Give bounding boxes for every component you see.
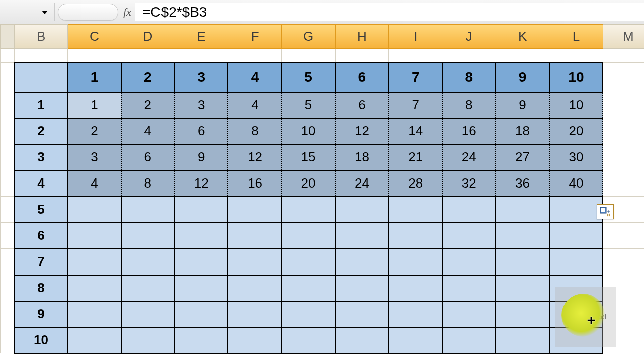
cell[interactable] xyxy=(549,249,603,275)
cell[interactable] xyxy=(175,197,228,223)
column-header-row[interactable]: B C D E F G H I J K L M xyxy=(1,25,645,49)
cell[interactable] xyxy=(175,223,228,249)
cell[interactable] xyxy=(228,301,281,327)
cell[interactable] xyxy=(549,223,603,249)
cell[interactable] xyxy=(442,327,496,353)
cell[interactable]: 18 xyxy=(335,144,388,170)
table-row[interactable]: 1 1 2 3 4 5 6 7 8 9 10 xyxy=(1,92,645,118)
cell[interactable]: 7 xyxy=(389,92,442,118)
row-label[interactable]: 6 xyxy=(15,223,67,249)
cell[interactable] xyxy=(228,197,281,223)
cell[interactable] xyxy=(389,223,442,249)
cell[interactable] xyxy=(121,327,175,353)
spreadsheet-grid[interactable]: B C D E F G H I J K L M 1 2 3 4 xyxy=(0,24,644,362)
cell[interactable] xyxy=(549,327,603,353)
table-row[interactable]: 5 xyxy=(1,197,645,223)
table-row[interactable]: 10 xyxy=(1,327,645,353)
cell[interactable] xyxy=(228,249,281,275)
cell[interactable] xyxy=(549,301,603,327)
cell[interactable]: 8 xyxy=(442,92,496,118)
cell[interactable] xyxy=(496,301,549,327)
table-col-8[interactable]: 8 xyxy=(442,63,496,92)
cell[interactable] xyxy=(175,327,228,353)
cell[interactable] xyxy=(496,327,549,353)
cell[interactable]: 4 xyxy=(121,118,175,144)
table-row[interactable]: 8 xyxy=(1,275,645,301)
row-label[interactable]: 2 xyxy=(15,118,67,144)
cell[interactable]: 40 xyxy=(549,170,603,197)
table-row[interactable]: 3 3 6 9 12 15 18 21 24 27 30 xyxy=(1,144,645,170)
cell[interactable]: 12 xyxy=(335,118,388,144)
cell[interactable] xyxy=(67,223,121,249)
cell[interactable] xyxy=(67,301,121,327)
cell[interactable]: 20 xyxy=(282,170,335,197)
cell[interactable]: 16 xyxy=(228,170,281,197)
cell[interactable] xyxy=(282,327,335,353)
cell[interactable]: 32 xyxy=(442,170,496,197)
cell[interactable]: 6 xyxy=(335,92,388,118)
cell[interactable] xyxy=(335,249,388,275)
col-header-K[interactable]: K xyxy=(496,25,549,49)
col-header-C[interactable]: C xyxy=(67,25,121,49)
cell[interactable] xyxy=(442,223,496,249)
cell[interactable]: 2 xyxy=(121,92,175,118)
cell[interactable]: 24 xyxy=(442,144,496,170)
cell[interactable] xyxy=(549,275,603,301)
cell[interactable] xyxy=(67,327,121,353)
cell[interactable] xyxy=(335,223,388,249)
row-label[interactable]: 8 xyxy=(15,275,67,301)
cell[interactable]: 12 xyxy=(228,144,281,170)
select-all-corner[interactable] xyxy=(1,25,15,49)
cell[interactable] xyxy=(389,327,442,353)
cell[interactable] xyxy=(496,275,549,301)
cell[interactable]: 18 xyxy=(496,118,549,144)
row-label[interactable]: 4 xyxy=(15,170,67,197)
cell[interactable] xyxy=(175,301,228,327)
cell[interactable] xyxy=(335,327,388,353)
cell[interactable] xyxy=(175,249,228,275)
cell[interactable] xyxy=(121,197,175,223)
cell[interactable]: 3 xyxy=(67,144,121,170)
cell[interactable] xyxy=(549,197,603,223)
name-box[interactable] xyxy=(0,3,54,21)
table-row[interactable]: 9 xyxy=(1,301,645,327)
row-label[interactable]: 9 xyxy=(15,301,67,327)
cell[interactable] xyxy=(282,275,335,301)
cell[interactable]: 8 xyxy=(121,170,175,197)
row-label[interactable]: 5 xyxy=(15,197,67,223)
cell[interactable]: 36 xyxy=(496,170,549,197)
cell[interactable] xyxy=(389,275,442,301)
cell[interactable]: 12 xyxy=(175,170,228,197)
col-header-H[interactable]: H xyxy=(335,25,388,49)
cell[interactable]: 6 xyxy=(175,118,228,144)
cell[interactable]: 5 xyxy=(282,92,335,118)
cell[interactable] xyxy=(67,197,121,223)
table-col-2[interactable]: 2 xyxy=(121,63,175,92)
formula-input[interactable]: =C$2*$B3 xyxy=(135,3,644,21)
table-col-6[interactable]: 6 xyxy=(335,63,388,92)
cell[interactable]: 3 xyxy=(175,92,228,118)
col-header-L[interactable]: L xyxy=(549,25,603,49)
cell[interactable]: 4 xyxy=(67,170,121,197)
cell[interactable]: 2 xyxy=(67,118,121,144)
cell[interactable] xyxy=(121,249,175,275)
cell[interactable] xyxy=(389,301,442,327)
table-col-7[interactable]: 7 xyxy=(389,63,442,92)
cell[interactable] xyxy=(228,327,281,353)
col-header-M[interactable]: M xyxy=(603,25,644,49)
cell[interactable]: 24 xyxy=(335,170,388,197)
table-row[interactable]: 6 xyxy=(1,223,645,249)
cell[interactable] xyxy=(442,275,496,301)
cell[interactable]: 9 xyxy=(175,144,228,170)
col-header-I[interactable]: I xyxy=(389,25,442,49)
cell[interactable]: 16 xyxy=(442,118,496,144)
cell[interactable] xyxy=(175,275,228,301)
col-header-E[interactable]: E xyxy=(175,25,228,49)
cell[interactable] xyxy=(121,223,175,249)
table-col-4[interactable]: 4 xyxy=(228,63,281,92)
cell[interactable] xyxy=(282,223,335,249)
table-col-5[interactable]: 5 xyxy=(282,63,335,92)
fx-pill[interactable] xyxy=(58,4,118,21)
col-header-F[interactable]: F xyxy=(228,25,281,49)
cell[interactable]: 20 xyxy=(549,118,603,144)
